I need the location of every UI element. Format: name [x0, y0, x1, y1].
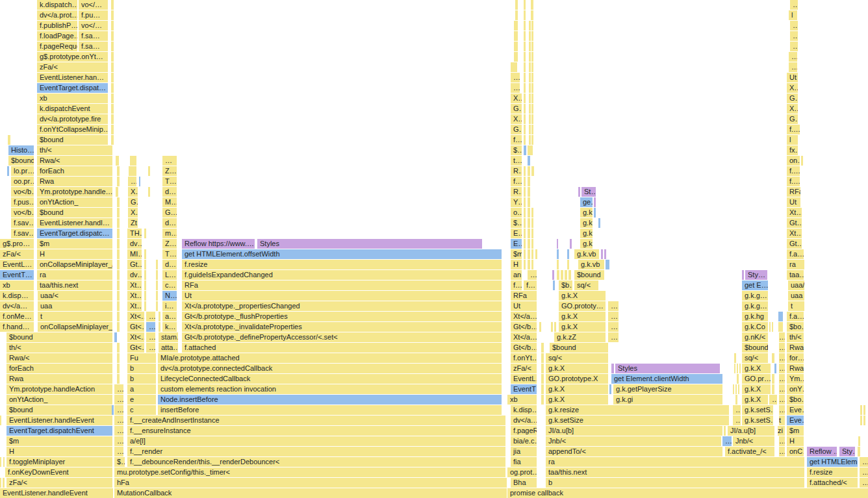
- stack-frame[interactable]: $m: [6, 436, 112, 446]
- stack-frame[interactable]: dv</a.prototype.fire: [37, 114, 108, 124]
- stack-frame-sliver[interactable]: [737, 374, 739, 384]
- stack-frame-sliver[interactable]: [567, 249, 569, 259]
- stack-frame-sliver[interactable]: [529, 93, 531, 103]
- stack-frame-sliver[interactable]: [524, 197, 526, 207]
- stack-frame-sliver[interactable]: [529, 52, 531, 62]
- stack-frame[interactable]: forEach: [37, 166, 112, 176]
- stack-frame[interactable]: k…: [162, 322, 177, 332]
- stack-frame-sliver[interactable]: [528, 166, 530, 176]
- stack-frame[interactable]: f.pu…: [79, 10, 108, 20]
- stack-frame[interactable]: custom elements reaction invocation: [158, 384, 502, 394]
- stack-frame[interactable]: Bha: [511, 478, 537, 488]
- stack-frame-sliver[interactable]: [0, 478, 1, 488]
- stack-frame-sliver[interactable]: [117, 239, 120, 249]
- stack-frame-sliver[interactable]: [578, 187, 580, 197]
- stack-frame[interactable]: Ym.…: [787, 374, 804, 384]
- stack-frame[interactable]: Xt<…: [127, 332, 144, 342]
- stack-frame[interactable]: g$.prototype.onYt…: [37, 52, 108, 62]
- stack-frame[interactable]: g.k.X: [742, 395, 768, 405]
- stack-frame[interactable]: EventT…: [511, 384, 537, 394]
- stack-frame-sliver[interactable]: [111, 52, 114, 62]
- stack-frame-sliver[interactable]: [117, 229, 120, 238]
- stack-frame-sliver[interactable]: [554, 322, 556, 332]
- stack-frame-sliver[interactable]: [524, 31, 526, 41]
- stack-frame-sliver[interactable]: [557, 249, 559, 259]
- stack-frame[interactable]: vo</b…: [11, 187, 34, 197]
- stack-frame[interactable]: t…: [511, 156, 522, 166]
- stack-frame-sliver[interactable]: [801, 156, 803, 166]
- stack-frame-sliver[interactable]: [529, 125, 531, 134]
- stack-frame[interactable]: $b…: [559, 280, 572, 290]
- stack-frame-sliver[interactable]: [524, 260, 526, 269]
- stack-frame-sliver[interactable]: [551, 322, 553, 332]
- stack-frame[interactable]: Gt…: [787, 239, 802, 249]
- stack-frame[interactable]: l: [787, 135, 798, 145]
- stack-frame[interactable]: Gt</b…: [511, 343, 537, 353]
- stack-frame-sliver[interactable]: [609, 384, 611, 394]
- stack-frame[interactable]: E…: [511, 229, 522, 238]
- stack-frame[interactable]: …: [779, 353, 785, 363]
- stack-frame[interactable]: …: [114, 436, 123, 446]
- stack-frame[interactable]: Ut: [787, 197, 800, 207]
- stack-frame[interactable]: Histo…: [8, 145, 34, 155]
- stack-frame[interactable]: uaa: [788, 291, 804, 301]
- stack-frame-sliver[interactable]: [528, 239, 530, 249]
- stack-frame[interactable]: og.prot…: [507, 467, 537, 477]
- stack-frame[interactable]: …: [608, 312, 619, 321]
- stack-frame[interactable]: jia: [511, 447, 537, 456]
- stack-frame[interactable]: Reflow https://www.…: [182, 239, 255, 249]
- stack-frame-sliver[interactable]: [524, 62, 526, 72]
- stack-frame-sliver[interactable]: [778, 312, 783, 321]
- stack-frame[interactable]: mu.prototype.setConfig/this._timer<: [114, 467, 505, 477]
- stack-frame[interactable]: …: [779, 332, 785, 342]
- stack-frame-sliver[interactable]: [594, 208, 596, 218]
- stack-frame-sliver[interactable]: [528, 218, 530, 228]
- stack-frame[interactable]: g.k…: [580, 229, 593, 238]
- stack-frame-sliver[interactable]: [529, 62, 531, 72]
- stack-frame-sliver[interactable]: [111, 21, 114, 31]
- stack-frame[interactable]: $m: [37, 239, 112, 249]
- stack-frame[interactable]: Node.insertBefore: [158, 395, 502, 405]
- stack-frame[interactable]: g.k.vb: [578, 260, 604, 269]
- stack-frame-sliver[interactable]: [514, 52, 518, 62]
- stack-frame[interactable]: taa/this.next: [546, 467, 804, 477]
- stack-frame-sliver[interactable]: [117, 260, 120, 269]
- stack-frame[interactable]: MI…: [127, 249, 142, 259]
- stack-frame-sliver[interactable]: [117, 218, 120, 228]
- stack-frame-sliver[interactable]: [541, 374, 544, 384]
- stack-frame[interactable]: …: [860, 457, 868, 467]
- stack-frame[interactable]: …: [114, 416, 123, 425]
- stack-frame-sliver[interactable]: [529, 114, 531, 124]
- stack-frame[interactable]: G…: [511, 104, 522, 114]
- stack-frame[interactable]: M…: [162, 197, 177, 207]
- stack-frame[interactable]: b: [546, 478, 804, 488]
- stack-frame-sliver[interactable]: [528, 229, 530, 238]
- stack-frame-sliver[interactable]: [529, 31, 531, 41]
- stack-frame-sliver[interactable]: [111, 62, 114, 72]
- stack-frame-sliver[interactable]: [860, 416, 862, 425]
- stack-frame-sliver[interactable]: [737, 364, 738, 373]
- stack-frame-sliver[interactable]: [601, 249, 603, 259]
- stack-frame-sliver[interactable]: [514, 31, 518, 41]
- stack-frame[interactable]: e: [127, 395, 156, 405]
- stack-frame[interactable]: get HTMLElem…: [807, 457, 858, 467]
- stack-frame-sliver[interactable]: [531, 42, 533, 51]
- stack-frame[interactable]: ra: [787, 260, 804, 269]
- stack-frame-sliver[interactable]: [112, 405, 114, 415]
- stack-frame[interactable]: GO.prototy…: [559, 301, 606, 311]
- stack-frame-sliver[interactable]: [148, 166, 150, 176]
- stack-frame[interactable]: g.k.setS…: [742, 405, 773, 415]
- stack-frame[interactable]: f.resize: [807, 467, 858, 477]
- stack-frame[interactable]: H: [787, 436, 804, 446]
- stack-frame[interactable]: g.k.zZ: [554, 332, 606, 342]
- stack-frame-sliver[interactable]: [524, 166, 526, 176]
- stack-frame[interactable]: k.dispatchEvent: [37, 104, 108, 114]
- stack-frame[interactable]: Reflow …: [807, 447, 837, 456]
- stack-frame-sliver[interactable]: [514, 21, 518, 31]
- stack-frame-sliver[interactable]: [144, 260, 146, 269]
- stack-frame[interactable]: GO.prototype.X: [546, 374, 608, 384]
- stack-frame-sliver[interactable]: [535, 249, 537, 259]
- stack-frame[interactable]: ra: [37, 270, 112, 280]
- stack-frame[interactable]: $bound: [37, 208, 112, 218]
- stack-frame-sliver[interactable]: [524, 21, 526, 31]
